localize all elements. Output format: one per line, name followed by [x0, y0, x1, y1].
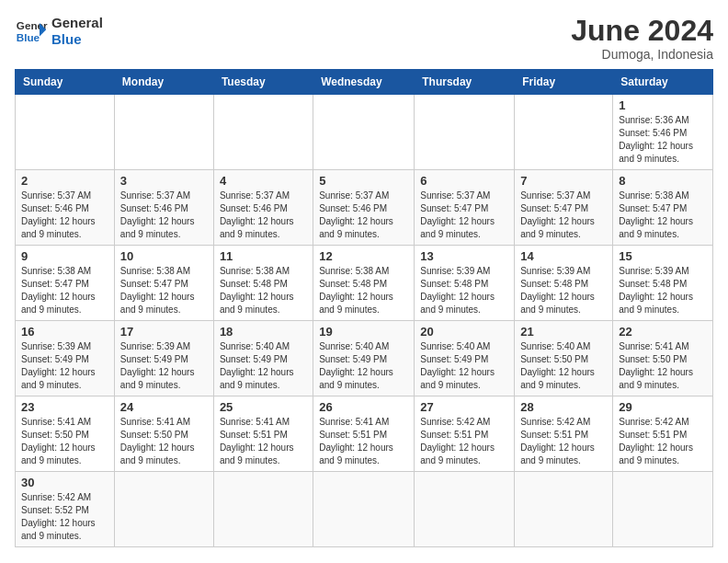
- day-info: Sunrise: 5:41 AM Sunset: 5:51 PM Dayligh…: [319, 416, 408, 467]
- svg-text:Blue: Blue: [17, 31, 40, 43]
- day-number: 8: [619, 174, 707, 188]
- calendar-day-cell: 4Sunrise: 5:37 AM Sunset: 5:46 PM Daylig…: [213, 170, 313, 246]
- day-info: Sunrise: 5:39 AM Sunset: 5:49 PM Dayligh…: [120, 340, 208, 392]
- day-info: Sunrise: 5:37 AM Sunset: 5:47 PM Dayligh…: [520, 190, 607, 241]
- calendar-day-cell: 12Sunrise: 5:38 AM Sunset: 5:48 PM Dayli…: [313, 246, 415, 321]
- day-number: 17: [120, 325, 208, 339]
- day-number: 7: [520, 174, 607, 188]
- calendar-subtitle: Dumoga, Indonesia: [571, 47, 713, 62]
- day-number: 6: [420, 174, 508, 188]
- logo-icon: General Blue: [15, 15, 48, 48]
- day-info: Sunrise: 5:37 AM Sunset: 5:46 PM Dayligh…: [120, 190, 208, 241]
- day-number: 27: [420, 400, 508, 414]
- day-number: 12: [319, 249, 408, 263]
- day-info: Sunrise: 5:38 AM Sunset: 5:48 PM Dayligh…: [220, 265, 307, 316]
- day-number: 13: [420, 249, 508, 263]
- day-info: Sunrise: 5:40 AM Sunset: 5:50 PM Dayligh…: [520, 340, 607, 392]
- day-info: Sunrise: 5:40 AM Sunset: 5:49 PM Dayligh…: [420, 340, 508, 392]
- calendar-day-cell: 22Sunrise: 5:41 AM Sunset: 5:50 PM Dayli…: [613, 321, 713, 396]
- calendar-day-cell: 6Sunrise: 5:37 AM Sunset: 5:47 PM Daylig…: [415, 170, 515, 246]
- calendar-week-row: 30Sunrise: 5:42 AM Sunset: 5:52 PM Dayli…: [16, 472, 713, 547]
- calendar-header-row: SundayMondayTuesdayWednesdayThursdayFrid…: [16, 70, 713, 95]
- day-info: Sunrise: 5:38 AM Sunset: 5:48 PM Dayligh…: [319, 265, 408, 316]
- calendar-table: SundayMondayTuesdayWednesdayThursdayFrid…: [15, 69, 713, 547]
- day-number: 24: [120, 400, 208, 414]
- day-info: Sunrise: 5:42 AM Sunset: 5:51 PM Dayligh…: [520, 416, 607, 467]
- calendar-day-cell: [114, 472, 213, 547]
- calendar-day-cell: [213, 95, 313, 170]
- calendar-day-cell: 30Sunrise: 5:42 AM Sunset: 5:52 PM Dayli…: [16, 472, 115, 547]
- day-info: Sunrise: 5:38 AM Sunset: 5:47 PM Dayligh…: [120, 265, 208, 316]
- page-header: General Blue General Blue June 2024 Dumo…: [15, 15, 713, 62]
- calendar-day-cell: 5Sunrise: 5:37 AM Sunset: 5:46 PM Daylig…: [313, 170, 415, 246]
- calendar-week-row: 23Sunrise: 5:41 AM Sunset: 5:50 PM Dayli…: [16, 396, 713, 472]
- day-info: Sunrise: 5:39 AM Sunset: 5:48 PM Dayligh…: [420, 265, 508, 316]
- calendar-day-cell: 21Sunrise: 5:40 AM Sunset: 5:50 PM Dayli…: [515, 321, 613, 396]
- calendar-day-cell: 2Sunrise: 5:37 AM Sunset: 5:46 PM Daylig…: [16, 170, 115, 246]
- day-info: Sunrise: 5:41 AM Sunset: 5:50 PM Dayligh…: [619, 340, 707, 392]
- calendar-day-cell: [515, 95, 613, 170]
- calendar-day-cell: [515, 472, 613, 547]
- calendar-day-cell: 1Sunrise: 5:36 AM Sunset: 5:46 PM Daylig…: [613, 95, 713, 170]
- calendar-day-cell: 27Sunrise: 5:42 AM Sunset: 5:51 PM Dayli…: [415, 396, 515, 472]
- calendar-title: June 2024: [571, 15, 713, 47]
- calendar-header-saturday: Saturday: [613, 70, 713, 95]
- calendar-day-cell: 11Sunrise: 5:38 AM Sunset: 5:48 PM Dayli…: [213, 246, 313, 321]
- day-info: Sunrise: 5:36 AM Sunset: 5:46 PM Dayligh…: [619, 114, 707, 166]
- day-number: 10: [120, 249, 208, 263]
- calendar-header-sunday: Sunday: [16, 70, 115, 95]
- calendar-header-monday: Monday: [114, 70, 213, 95]
- day-info: Sunrise: 5:40 AM Sunset: 5:49 PM Dayligh…: [220, 340, 307, 392]
- calendar-header-friday: Friday: [515, 70, 613, 95]
- day-number: 25: [220, 400, 307, 414]
- day-number: 1: [619, 98, 707, 112]
- day-number: 18: [220, 325, 307, 339]
- calendar-day-cell: 17Sunrise: 5:39 AM Sunset: 5:49 PM Dayli…: [114, 321, 213, 396]
- calendar-day-cell: 14Sunrise: 5:39 AM Sunset: 5:48 PM Dayli…: [515, 246, 613, 321]
- calendar-day-cell: 8Sunrise: 5:38 AM Sunset: 5:47 PM Daylig…: [613, 170, 713, 246]
- day-number: 16: [21, 325, 108, 339]
- calendar-header-wednesday: Wednesday: [313, 70, 415, 95]
- day-number: 2: [21, 174, 108, 188]
- calendar-day-cell: [16, 95, 115, 170]
- day-info: Sunrise: 5:41 AM Sunset: 5:50 PM Dayligh…: [21, 416, 108, 467]
- calendar-day-cell: [415, 95, 515, 170]
- calendar-week-row: 2Sunrise: 5:37 AM Sunset: 5:46 PM Daylig…: [16, 170, 713, 246]
- day-number: 28: [520, 400, 607, 414]
- calendar-day-cell: 19Sunrise: 5:40 AM Sunset: 5:49 PM Dayli…: [313, 321, 415, 396]
- day-number: 30: [21, 476, 108, 489]
- calendar-day-cell: 16Sunrise: 5:39 AM Sunset: 5:49 PM Dayli…: [16, 321, 115, 396]
- day-info: Sunrise: 5:40 AM Sunset: 5:49 PM Dayligh…: [319, 340, 408, 392]
- calendar-week-row: 1Sunrise: 5:36 AM Sunset: 5:46 PM Daylig…: [16, 95, 713, 170]
- day-number: 26: [319, 400, 408, 414]
- day-info: Sunrise: 5:42 AM Sunset: 5:52 PM Dayligh…: [21, 491, 108, 543]
- day-info: Sunrise: 5:37 AM Sunset: 5:47 PM Dayligh…: [420, 190, 508, 241]
- calendar-day-cell: [613, 472, 713, 547]
- logo: General Blue General Blue: [15, 15, 103, 48]
- calendar-day-cell: [213, 472, 313, 547]
- day-number: 3: [120, 174, 208, 188]
- day-info: Sunrise: 5:39 AM Sunset: 5:49 PM Dayligh…: [21, 340, 108, 392]
- day-info: Sunrise: 5:39 AM Sunset: 5:48 PM Dayligh…: [619, 265, 707, 316]
- logo-general-text: General: [51, 15, 103, 31]
- day-number: 4: [220, 174, 307, 188]
- calendar-day-cell: 10Sunrise: 5:38 AM Sunset: 5:47 PM Dayli…: [114, 246, 213, 321]
- calendar-day-cell: [415, 472, 515, 547]
- calendar-day-cell: [313, 472, 415, 547]
- calendar-day-cell: 26Sunrise: 5:41 AM Sunset: 5:51 PM Dayli…: [313, 396, 415, 472]
- title-block: June 2024 Dumoga, Indonesia: [571, 15, 713, 62]
- day-number: 23: [21, 400, 108, 414]
- day-number: 20: [420, 325, 508, 339]
- calendar-day-cell: 28Sunrise: 5:42 AM Sunset: 5:51 PM Dayli…: [515, 396, 613, 472]
- calendar-day-cell: 15Sunrise: 5:39 AM Sunset: 5:48 PM Dayli…: [613, 246, 713, 321]
- day-info: Sunrise: 5:42 AM Sunset: 5:51 PM Dayligh…: [619, 416, 707, 467]
- calendar-week-row: 9Sunrise: 5:38 AM Sunset: 5:47 PM Daylig…: [16, 246, 713, 321]
- day-number: 9: [21, 249, 108, 263]
- calendar-day-cell: 18Sunrise: 5:40 AM Sunset: 5:49 PM Dayli…: [213, 321, 313, 396]
- day-info: Sunrise: 5:38 AM Sunset: 5:47 PM Dayligh…: [619, 190, 707, 241]
- calendar-day-cell: 7Sunrise: 5:37 AM Sunset: 5:47 PM Daylig…: [515, 170, 613, 246]
- calendar-day-cell: 3Sunrise: 5:37 AM Sunset: 5:46 PM Daylig…: [114, 170, 213, 246]
- day-number: 5: [319, 174, 408, 188]
- logo-blue-text: Blue: [51, 31, 103, 48]
- day-info: Sunrise: 5:39 AM Sunset: 5:48 PM Dayligh…: [520, 265, 607, 316]
